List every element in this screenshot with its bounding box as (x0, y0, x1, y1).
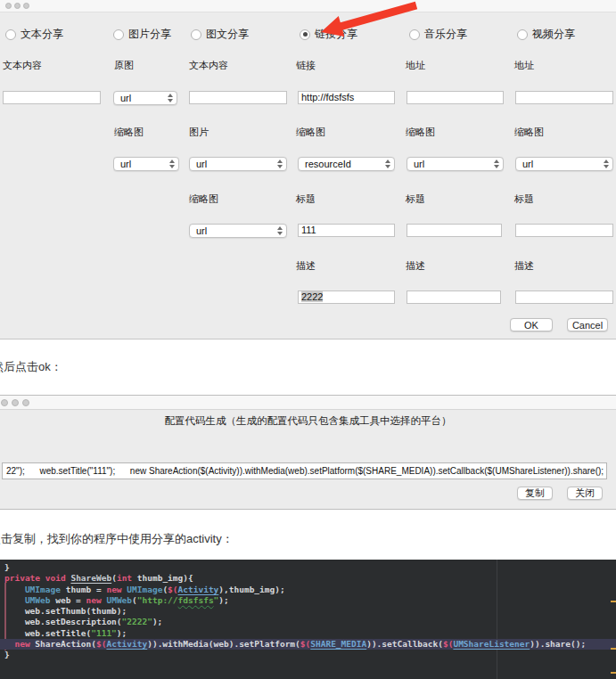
radio-label: 图文分享 (206, 27, 249, 42)
caption-click-ok: 然后点击ok： (0, 359, 62, 375)
thumbnail-source-select[interactable]: url (515, 157, 613, 171)
stepper-icon (494, 160, 499, 168)
share-config-window: 文本分享 图片分享 图文分享 链接分享 音乐分享 视频分享 文本内容 原图 文 (0, 0, 616, 340)
field-label: 缩略图 (114, 126, 144, 139)
image-source-select[interactable]: url (189, 157, 287, 171)
thumbnail-source-select[interactable]: url (407, 157, 504, 171)
original-image-source-select[interactable]: url (113, 91, 177, 105)
page: 文本分享 图片分享 图文分享 链接分享 音乐分享 视频分享 文本内容 原图 文 (0, 0, 616, 679)
caption-paste-activity: 点击复制，找到你的程序中使用分享的activity： (0, 531, 234, 547)
field-label: 缩略图 (406, 126, 435, 139)
field-label: 文本内容 (3, 59, 42, 72)
title-input[interactable]: 111 (298, 224, 395, 237)
stepper-icon (604, 160, 609, 168)
select-value: url (120, 159, 131, 169)
field-label: 地址 (406, 59, 425, 72)
share-type-radio-text[interactable]: 文本分享 (5, 27, 63, 42)
close-button[interactable] (5, 3, 12, 9)
dialog-title: 配置代码生成（生成的配置代码只包含集成工具中选择的平台） (0, 414, 616, 428)
share-type-radio-imagetext[interactable]: 图文分享 (191, 27, 249, 42)
field-label: 文本内容 (189, 59, 228, 72)
caption-text: 点击复制，找到你的程序中使用分享的activity： (0, 531, 234, 547)
stepper-icon (277, 226, 283, 235)
close-button[interactable] (1, 399, 8, 406)
title-input[interactable] (407, 224, 502, 237)
code-generate-window: 配置代码生成（生成的配置代码只包含集成工具中选择的平台） 22"); web.s… (0, 395, 616, 510)
generated-code-field[interactable]: 22"); web.setTitle("111"); new ShareActi… (2, 462, 607, 479)
field-label: 标题 (514, 192, 534, 206)
share-type-radio-video[interactable]: 视频分享 (517, 27, 575, 42)
select-value: url (522, 159, 533, 169)
field-label: 缩略图 (296, 126, 325, 139)
code-editor-lines: }private void ShareWeb(int thumb_img){ U… (0, 562, 616, 661)
error-stripe-mark[interactable] (611, 672, 616, 674)
field-label: 描述 (514, 259, 534, 273)
radio-label: 音乐分享 (424, 27, 467, 42)
caption-text: 然后点击ok： (0, 359, 62, 375)
select-value: resourceId (305, 159, 351, 169)
thumbnail-source-select[interactable]: url (189, 224, 287, 238)
radio-icon (191, 29, 201, 40)
field-label: 缩略图 (189, 192, 218, 206)
field-label: 描述 (406, 259, 425, 273)
text-content-input[interactable] (3, 91, 101, 104)
description-input[interactable]: 2222 (298, 290, 395, 304)
minimize-button[interactable] (12, 399, 19, 406)
thumbnail-source-select[interactable]: url (113, 157, 179, 171)
radio-icon (113, 29, 124, 40)
text-content-input[interactable] (189, 91, 287, 104)
radio-icon (5, 29, 16, 40)
stepper-icon (277, 160, 283, 168)
field-label: 图片 (189, 126, 209, 139)
link-url-input[interactable]: http://fdsfsfs (298, 91, 395, 104)
field-label: 地址 (514, 59, 534, 72)
select-value: url (414, 159, 424, 169)
field-label: 标题 (296, 192, 316, 206)
radio-label: 视频分享 (532, 27, 575, 42)
stepper-icon (168, 94, 173, 102)
description-input[interactable] (407, 290, 501, 304)
red-arrow-annotation-icon (303, 0, 423, 43)
select-value: url (196, 159, 207, 169)
radio-label: 文本分享 (21, 27, 63, 42)
code-editor[interactable]: }private void ShareWeb(int thumb_img){ U… (0, 560, 616, 679)
address-input[interactable] (515, 91, 613, 104)
ok-button[interactable]: OK (510, 318, 553, 331)
field-label: 原图 (114, 59, 134, 72)
minimize-button[interactable] (14, 3, 21, 9)
description-input[interactable] (515, 290, 613, 304)
cancel-button[interactable]: Cancel (567, 318, 608, 331)
stepper-icon (169, 160, 175, 168)
copy-button[interactable]: 复制 (517, 487, 553, 500)
selected-text: 2222 (301, 291, 323, 302)
field-label: 标题 (406, 192, 425, 206)
error-stripe-mark[interactable] (611, 601, 616, 602)
error-stripe-mark[interactable] (611, 648, 616, 650)
select-value: url (196, 225, 207, 236)
field-label: 链接 (296, 59, 316, 72)
share-type-radio-image[interactable]: 图片分享 (113, 27, 171, 42)
title-input[interactable] (515, 224, 613, 237)
field-label: 缩略图 (514, 126, 544, 139)
window-titlebar (0, 396, 616, 410)
radio-icon (517, 29, 528, 40)
select-value: url (120, 93, 131, 103)
radio-label: 图片分享 (128, 27, 171, 42)
stepper-icon (385, 160, 390, 168)
zoom-button[interactable] (23, 3, 29, 9)
address-input[interactable] (407, 91, 504, 104)
field-label: 描述 (296, 259, 316, 273)
close-button[interactable]: 关闭 (567, 487, 603, 500)
zoom-button[interactable] (22, 399, 29, 406)
thumbnail-source-select[interactable]: resourceId (298, 157, 395, 171)
